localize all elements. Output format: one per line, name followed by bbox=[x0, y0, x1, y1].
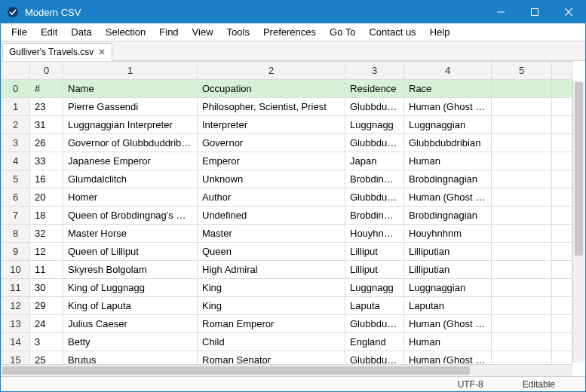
menu-goto[interactable]: Go To bbox=[324, 25, 361, 39]
cell-0-2[interactable]: Occupation bbox=[198, 80, 345, 98]
cell[interactable]: Human (Ghost form) bbox=[404, 188, 492, 207]
horizontal-scroll-thumb[interactable] bbox=[2, 366, 470, 375]
col-header-4[interactable]: 4 bbox=[404, 62, 492, 80]
horizontal-scrollbar[interactable] bbox=[1, 364, 572, 376]
menu-contact[interactable]: Contact us bbox=[363, 25, 422, 39]
cell[interactable] bbox=[492, 207, 552, 225]
menu-selection[interactable]: Selection bbox=[100, 25, 152, 39]
cell-0-3[interactable]: Residence bbox=[345, 80, 404, 98]
row-index[interactable]: 12 bbox=[2, 297, 30, 315]
cell[interactable] bbox=[492, 170, 552, 188]
row-index[interactable]: 8 bbox=[2, 225, 30, 243]
cell[interactable]: 26 bbox=[30, 134, 63, 152]
cell[interactable]: Lilliput bbox=[345, 243, 404, 261]
row-index[interactable]: 4 bbox=[2, 152, 30, 170]
cell[interactable]: 20 bbox=[30, 188, 63, 207]
row-index[interactable]: 6 bbox=[2, 188, 30, 207]
cell[interactable] bbox=[492, 333, 552, 351]
data-grid[interactable]: 0 1 2 3 4 5 0#NameOccupationResidenceRac… bbox=[1, 61, 572, 363]
cell[interactable]: Luggnagg bbox=[345, 116, 404, 134]
cell[interactable]: Master Horse bbox=[63, 225, 198, 243]
cell[interactable]: King bbox=[198, 297, 345, 315]
cell[interactable]: Brobdingnagian bbox=[404, 170, 492, 188]
cell[interactable]: Glubbdubdribian bbox=[404, 134, 492, 152]
cell[interactable]: Queen of Lilliput bbox=[63, 243, 198, 261]
cell[interactable]: Glubbdubdrib bbox=[345, 315, 404, 333]
menu-file[interactable]: File bbox=[5, 25, 33, 39]
menu-help[interactable]: Help bbox=[424, 25, 456, 39]
cell[interactable] bbox=[492, 351, 552, 364]
cell[interactable]: Betty bbox=[63, 333, 198, 351]
col-header-5[interactable]: 5 bbox=[492, 62, 552, 80]
cell[interactable]: Queen bbox=[198, 243, 345, 261]
row-index[interactable]: 3 bbox=[2, 134, 30, 152]
cell[interactable]: Lilliputian bbox=[404, 261, 492, 279]
cell[interactable] bbox=[492, 279, 552, 297]
row-index[interactable]: 11 bbox=[2, 279, 30, 297]
row-index[interactable]: 15 bbox=[2, 351, 30, 364]
cell[interactable]: Lilliput bbox=[345, 261, 404, 279]
row-index[interactable]: 7 bbox=[2, 207, 30, 225]
row-index-0[interactable]: 0 bbox=[2, 80, 30, 98]
cell[interactable]: Roman Emperor bbox=[198, 315, 345, 333]
cell[interactable]: Emperor bbox=[198, 152, 345, 170]
cell[interactable] bbox=[492, 98, 552, 116]
col-header-0[interactable]: 0 bbox=[30, 62, 63, 80]
cell[interactable]: Luggnaggian bbox=[404, 279, 492, 297]
cell[interactable]: Laputan bbox=[404, 297, 492, 315]
cell[interactable]: Author bbox=[198, 188, 345, 207]
cell[interactable]: Human (Ghost form) bbox=[404, 98, 492, 116]
cell[interactable]: Governor bbox=[198, 134, 345, 152]
cell[interactable]: Houyhnhnm bbox=[404, 225, 492, 243]
cell-0-4[interactable]: Race bbox=[404, 80, 492, 98]
cell[interactable]: Lilliputian bbox=[404, 243, 492, 261]
cell[interactable]: Luggnagg bbox=[345, 279, 404, 297]
cell[interactable]: Interpreter bbox=[198, 116, 345, 134]
cell[interactable]: 18 bbox=[30, 207, 63, 225]
cell[interactable]: Homer bbox=[63, 188, 198, 207]
cell[interactable]: Queen of Brobdingnag's Dwarf bbox=[63, 207, 198, 225]
cell[interactable] bbox=[492, 261, 552, 279]
maximize-button[interactable] bbox=[517, 1, 551, 23]
vertical-scroll-thumb[interactable] bbox=[575, 82, 583, 256]
cell[interactable]: 16 bbox=[30, 170, 63, 188]
cell[interactable]: Roman Senator bbox=[198, 351, 345, 364]
cell-0-1[interactable]: Name bbox=[63, 80, 198, 98]
cell[interactable]: Brutus bbox=[63, 351, 198, 364]
cell[interactable]: Julius Caeser bbox=[63, 315, 198, 333]
cell[interactable]: Japanese Emperor bbox=[63, 152, 198, 170]
menu-data[interactable]: Data bbox=[65, 25, 97, 39]
cell[interactable]: 23 bbox=[30, 98, 63, 116]
cell[interactable]: Pierre Gassendi bbox=[63, 98, 198, 116]
cell[interactable] bbox=[492, 116, 552, 134]
menu-tools[interactable]: Tools bbox=[221, 25, 256, 39]
row-index[interactable]: 14 bbox=[2, 333, 30, 351]
menu-find[interactable]: Find bbox=[153, 25, 184, 39]
cell[interactable]: King of Luggnagg bbox=[63, 279, 198, 297]
cell[interactable] bbox=[492, 225, 552, 243]
menu-preferences[interactable]: Preferences bbox=[257, 25, 322, 39]
cell[interactable]: Human bbox=[404, 152, 492, 170]
cell[interactable]: Japan bbox=[345, 152, 404, 170]
cell[interactable]: Brobdingnag bbox=[345, 170, 404, 188]
cell[interactable]: 30 bbox=[30, 279, 63, 297]
cell[interactable]: Glubbdubdrib bbox=[345, 98, 404, 116]
cell[interactable]: 31 bbox=[30, 116, 63, 134]
cell[interactable]: Glubbdubdrib bbox=[345, 134, 404, 152]
cell[interactable]: 12 bbox=[30, 243, 63, 261]
close-button[interactable] bbox=[551, 1, 585, 23]
cell[interactable]: Brobdingnag bbox=[345, 207, 404, 225]
menu-edit[interactable]: Edit bbox=[35, 25, 63, 39]
cell[interactable]: Glubbdubdrib bbox=[345, 188, 404, 207]
row-index[interactable]: 5 bbox=[2, 170, 30, 188]
cell[interactable]: Master bbox=[198, 225, 345, 243]
cell[interactable]: Brobdingnagian bbox=[404, 207, 492, 225]
cell[interactable]: 32 bbox=[30, 225, 63, 243]
cell[interactable]: Glubbdubdrib bbox=[345, 351, 404, 364]
cell[interactable] bbox=[492, 134, 552, 152]
cell[interactable]: 29 bbox=[30, 297, 63, 315]
cell[interactable]: Undefined bbox=[198, 207, 345, 225]
cell-0-0[interactable]: # bbox=[30, 80, 63, 98]
cell[interactable] bbox=[492, 315, 552, 333]
row-index[interactable]: 1 bbox=[2, 98, 30, 116]
